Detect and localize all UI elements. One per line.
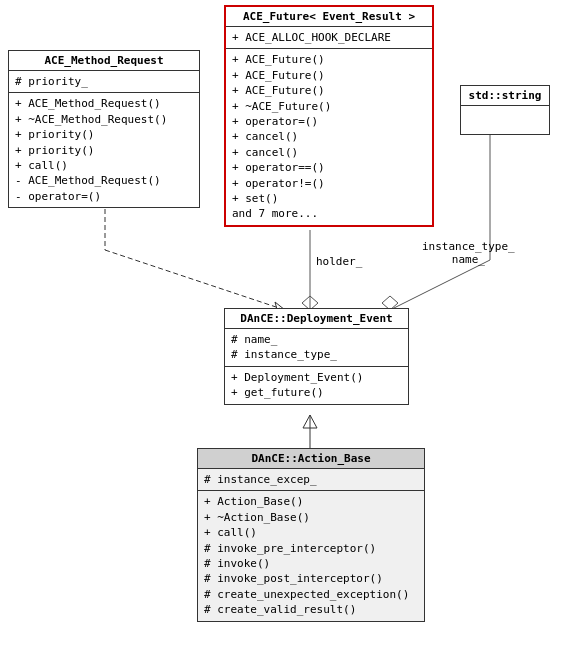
ace-future-section2: + ACE_Future() + ACE_Future() + ACE_Futu… <box>226 49 432 224</box>
ace-future-m3: + ACE_Future() <box>232 83 426 98</box>
dance-action-base-m3: + call() <box>204 525 418 540</box>
ace-future-alloc: + ACE_ALLOC_HOOK_DECLARE <box>232 30 426 45</box>
ace-method-request-m1: + ACE_Method_Request() <box>15 96 193 111</box>
ace-future-more: and 7 more... <box>232 206 426 221</box>
dance-dep-event-f1: # name_ <box>231 332 402 347</box>
ace-future-section1: + ACE_ALLOC_HOOK_DECLARE <box>226 27 432 49</box>
dance-action-base-m1: + Action_Base() <box>204 494 418 509</box>
dance-action-base-m8: # create_valid_result() <box>204 602 418 617</box>
dance-dep-event-m2: + get_future() <box>231 385 402 400</box>
ace-future-m1: + ACE_Future() <box>232 52 426 67</box>
dance-dep-event-m1: + Deployment_Event() <box>231 370 402 385</box>
ace-method-request-m7: - operator=() <box>15 189 193 204</box>
dance-deployment-event-section1: # name_ # instance_type_ <box>225 329 408 367</box>
ace-method-request-m3: + priority() <box>15 127 193 142</box>
ace-method-request-m2: + ~ACE_Method_Request() <box>15 112 193 127</box>
std-string-box: std::string <box>460 85 550 135</box>
ace-future-m5: + operator=() <box>232 114 426 129</box>
ace-method-request-m5: + call() <box>15 158 193 173</box>
ace-future-m6: + cancel() <box>232 129 426 144</box>
svg-line-6 <box>390 260 490 310</box>
ace-method-request-m4: + priority() <box>15 143 193 158</box>
std-string-title: std::string <box>461 86 549 106</box>
instance-type-name-label: instance_type_ name_ <box>422 240 515 266</box>
dance-action-base-m6: # invoke_post_interceptor() <box>204 571 418 586</box>
dance-dep-event-f2: # instance_type_ <box>231 347 402 362</box>
std-string-section <box>461 106 549 134</box>
dance-action-base-title: DAnCE::Action_Base <box>198 449 424 469</box>
ace-method-request-m6: - ACE_Method_Request() <box>15 173 193 188</box>
dance-action-base-box: DAnCE::Action_Base # instance_excep_ + A… <box>197 448 425 622</box>
ace-future-m7: + cancel() <box>232 145 426 160</box>
diagram-container: ACE_Method_Request # priority_ + ACE_Met… <box>0 0 565 651</box>
ace-future-m8: + operator==() <box>232 160 426 175</box>
dance-action-base-m5: # invoke() <box>204 556 418 571</box>
dance-action-base-section2: + Action_Base() + ~Action_Base() + call(… <box>198 491 424 620</box>
ace-method-request-box: ACE_Method_Request # priority_ + ACE_Met… <box>8 50 200 208</box>
svg-marker-9 <box>303 415 317 428</box>
svg-line-1 <box>105 250 285 310</box>
dance-deployment-event-box: DAnCE::Deployment_Event # name_ # instan… <box>224 308 409 405</box>
ace-method-request-title: ACE_Method_Request <box>9 51 199 71</box>
ace-future-m4: + ~ACE_Future() <box>232 99 426 114</box>
dance-deployment-event-title: DAnCE::Deployment_Event <box>225 309 408 329</box>
dance-action-base-m7: # create_unexpected_exception() <box>204 587 418 602</box>
holder-label: holder_ <box>316 255 362 268</box>
ace-method-request-section2: + ACE_Method_Request() + ~ACE_Method_Req… <box>9 93 199 207</box>
ace-future-m9: + operator!=() <box>232 176 426 191</box>
ace-future-m10: + set() <box>232 191 426 206</box>
ace-method-request-section1: # priority_ <box>9 71 199 93</box>
dance-action-base-f1: # instance_excep_ <box>204 472 418 487</box>
dance-action-base-m4: # invoke_pre_interceptor() <box>204 541 418 556</box>
ace-future-m2: + ACE_Future() <box>232 68 426 83</box>
ace-future-box: ACE_Future< Event_Result > + ACE_ALLOC_H… <box>224 5 434 227</box>
dance-deployment-event-section2: + Deployment_Event() + get_future() <box>225 367 408 404</box>
ace-future-title: ACE_Future< Event_Result > <box>226 7 432 27</box>
dance-action-base-m2: + ~Action_Base() <box>204 510 418 525</box>
priority-field: # priority_ <box>15 74 193 89</box>
dance-action-base-section1: # instance_excep_ <box>198 469 424 491</box>
